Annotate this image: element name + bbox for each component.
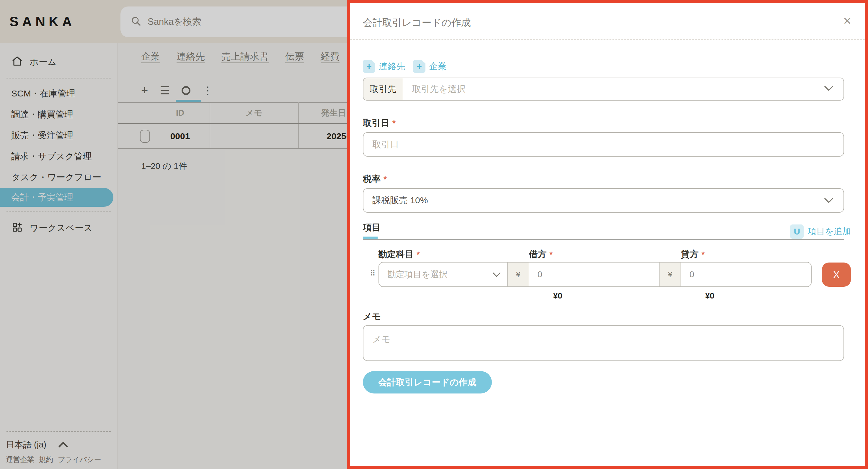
add-item-label: 項目を追加 <box>808 226 851 237</box>
chevron-down-icon <box>492 270 501 279</box>
drawer-header: 会計取引レコードの作成 × <box>350 3 865 40</box>
create-transaction-drawer: 会計取引レコードの作成 × + 連絡先 + 企業 取引先 <box>347 0 868 469</box>
credit-currency-prefix: ¥ <box>659 263 681 287</box>
plus-icon: + <box>413 60 426 73</box>
items-title-underline <box>363 237 378 239</box>
credit-amount-input[interactable] <box>681 263 811 287</box>
tax-rate-select[interactable]: 課税販売 10% <box>363 188 844 213</box>
required-mark: * <box>702 250 705 259</box>
items-column-labels: 勘定科目* 借方* 貸方* <box>363 248 851 260</box>
chevron-down-icon <box>824 86 833 93</box>
tax-rate-value: 課税販売 10% <box>372 194 428 206</box>
item-row: ⠿ 勘定項目を選択 ¥ ¥ X <box>363 262 851 287</box>
account-column-label: 勘定科目* <box>378 248 420 261</box>
transaction-date-label: 取引日* <box>363 117 851 129</box>
add-item-icon: U <box>790 225 804 239</box>
chevron-down-icon <box>824 196 833 206</box>
quick-add-label: 企業 <box>429 61 447 73</box>
client-select-input[interactable] <box>403 78 843 100</box>
quick-add-company-button[interactable]: + 企業 <box>413 60 447 73</box>
credit-column-label: 貸方* <box>681 248 705 261</box>
item-input-group: 勘定項目を選択 ¥ ¥ <box>378 262 812 287</box>
items-section-header: 項目 U 項目を追加 <box>363 222 851 239</box>
client-field-label: 取引先 <box>364 78 403 100</box>
quick-add-label: 連絡先 <box>379 61 405 73</box>
required-mark: * <box>383 175 387 184</box>
debit-amount-input[interactable] <box>529 263 659 287</box>
memo-label: メモ <box>363 311 851 323</box>
items-section-title: 項目 <box>363 222 380 239</box>
drawer-title: 会計取引レコードの作成 <box>363 16 471 30</box>
transaction-date-input[interactable] <box>363 132 844 157</box>
items-section-divider <box>363 239 844 240</box>
client-select[interactable]: 取引先 <box>363 77 844 101</box>
plus-icon: + <box>363 60 375 73</box>
debit-total: ¥0 <box>540 291 576 301</box>
submit-button[interactable]: 会計取引レコードの作成 <box>363 371 492 394</box>
quick-add-contact-button[interactable]: + 連絡先 <box>363 60 405 73</box>
account-select[interactable]: 勘定項目を選択 <box>379 263 507 287</box>
add-item-button[interactable]: U 項目を追加 <box>790 225 851 239</box>
credit-total: ¥0 <box>692 291 727 301</box>
debit-currency-prefix: ¥ <box>507 263 529 287</box>
account-select-placeholder: 勘定項目を選択 <box>388 269 447 280</box>
debit-column-label: 借方* <box>529 248 553 261</box>
tax-rate-label: 税率* <box>363 173 851 185</box>
drawer-body: + 連絡先 + 企業 取引先 取引日* 税率* <box>350 59 865 394</box>
required-mark: * <box>392 119 396 128</box>
delete-item-button[interactable]: X <box>822 263 851 287</box>
required-mark: * <box>416 250 420 259</box>
required-mark: * <box>550 250 553 259</box>
quick-add-row: + 連絡先 + 企業 <box>363 59 851 73</box>
screen: SANKA ホーム SCM・在庫管理 調達・購買管理 販売・受注管理 請求・サブ… <box>0 0 868 469</box>
close-icon[interactable]: × <box>843 14 851 27</box>
item-totals: ¥0 ¥0 <box>363 291 851 302</box>
drag-handle-icon[interactable]: ⠿ <box>370 269 376 278</box>
memo-textarea[interactable] <box>363 325 844 361</box>
